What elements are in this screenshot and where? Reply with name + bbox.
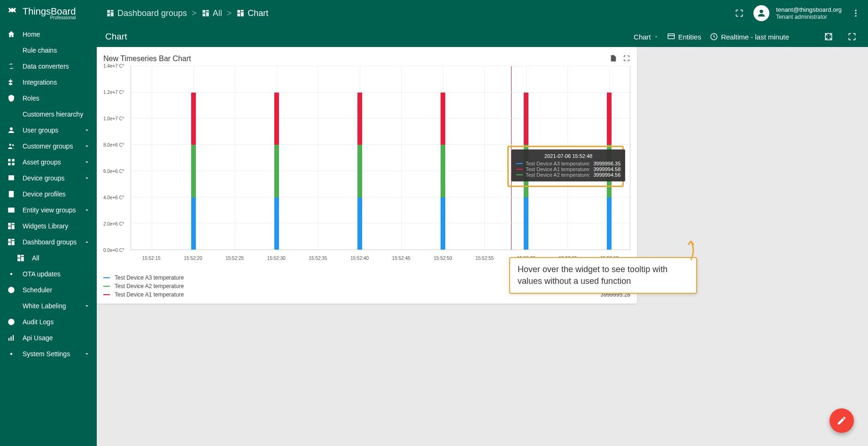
sidebar-label: White Labeling [23,302,77,310]
bar-group[interactable] [357,66,362,250]
user-info[interactable]: tenant@thingsboard.org Tenant administra… [776,6,842,20]
sidebar-label: Audit Logs [23,318,90,326]
svg-rect-13 [8,208,15,213]
bar-group[interactable] [274,66,279,250]
expand-dashboard-icon[interactable] [821,29,836,44]
sidebar-item-widgets-library[interactable]: Widgets Library [0,218,97,234]
more-icon[interactable] [848,6,863,21]
sidebar-item-api-usage[interactable]: Api Usage [0,330,97,346]
sidebar-label: Roles [23,94,90,102]
sidebar-item-customer-groups[interactable]: Customer groups [0,138,97,154]
sidebar-item-ota-updates[interactable]: OTA updates [0,266,97,282]
convert-icon [7,62,16,71]
widget-export-icon[interactable] [610,55,617,63]
sidebar-item-user-groups[interactable]: User groups [0,122,97,138]
x-tick: 15:52:35 [309,256,327,261]
users-icon [7,141,16,151]
sidebar-item-white-labeling[interactable]: White Labeling [0,298,97,314]
entities-button[interactable]: Entities [667,32,701,41]
export-icon[interactable] [798,29,813,44]
breadcrumb-chart[interactable]: Chart [236,8,268,18]
asset-icon [7,157,16,167]
bar-group[interactable] [441,66,445,250]
entities-icon [667,32,675,41]
tooltip-row: Test Device A3 temperature:3999996.35 [516,161,620,166]
svg-point-4 [10,127,13,130]
sidebar-label: Entity view groups [23,206,77,214]
breadcrumb-separator: > [192,8,197,18]
y-tick: 1.4e+7 C° [103,63,124,69]
breadcrumb-all[interactable]: All [202,8,222,18]
user-icon [7,125,16,135]
sidebar-item-home[interactable]: Home [0,26,97,42]
chart-plot[interactable]: 0.0e+0 C°2.0e+6 C°4.0e+6 C°6.0e+6 C°8.0e… [103,66,630,263]
sidebar-item-audit-logs[interactable]: Audit Logs [0,314,97,330]
tooltip-timestamp: 2021-07-06 15:52:48 [516,153,620,159]
fullscreen-dashboard-icon[interactable] [845,29,860,44]
y-tick: 4.0e+6 C° [103,195,124,200]
avatar-icon[interactable] [753,5,769,21]
x-tick: 15:52:20 [184,256,202,261]
x-tick: 15:52:55 [475,256,494,261]
sidebar-item-all[interactable]: All [0,250,97,266]
svg-point-18 [10,273,13,275]
entity-icon [7,205,16,215]
sidebar-item-roles[interactable]: Roles [0,90,97,106]
breadcrumb-label: All [213,8,222,18]
breadcrumbs: Dashboard groups > All > Chart [97,8,268,18]
y-tick: 2.0e+6 C° [103,221,124,227]
sidebar-label: Data converters [23,63,90,70]
sidebar-label: Scheduler [23,286,90,294]
breadcrumb-separator: > [227,8,232,18]
legend-swatch [103,286,110,287]
sidebar-item-integrations[interactable]: Integrations [0,74,97,90]
tooltip-row: Test Device A1 temperature:3999994.58 [516,166,620,172]
bar-group[interactable] [191,66,196,250]
sidebar-item-device-profiles[interactable]: Device profiles [0,186,97,202]
sidebar-label: Rule chains [23,47,90,54]
schedule-icon [7,285,16,295]
widget-fullscreen-icon[interactable] [623,55,630,63]
dashboard-header: Chart Chart Entities Realtime - last min… [97,26,868,47]
chevron-down-icon [654,34,659,39]
sidebar-item-customers-hierarchy[interactable]: Customers hierarchy [0,106,97,122]
tooltip-row: Test Device A2 temperature:3999994.56 [516,172,620,178]
timewindow-button[interactable]: Realtime - last minute [710,32,789,41]
svg-rect-17 [8,227,11,229]
sidebar-item-system-settings[interactable]: System Settings [0,346,97,362]
sidebar-item-rule-chains[interactable]: Rule chains [0,42,97,58]
breadcrumb-label: Chart [248,8,268,18]
edit-fab-button[interactable] [829,408,854,433]
y-tick: 8.0e+6 C° [103,142,124,148]
sidebar-item-data-converters[interactable]: Data converters [0,58,97,74]
user-role: Tenant administrator [776,14,842,20]
svg-point-1 [855,10,856,11]
sidebar-item-dashboard-groups[interactable]: Dashboard groups [0,234,97,250]
x-tick: 15:52:50 [434,256,452,261]
svg-rect-15 [12,223,15,224]
breadcrumb-dashboard-groups[interactable]: Dashboard groups [106,8,187,18]
chevron-up-icon [84,239,90,245]
top-actions: tenant@thingsboard.org Tenant administra… [732,5,863,21]
api-icon [7,333,16,343]
sidebar-label: Api Usage [23,334,90,342]
sidebar-label: Widgets Library [23,222,90,230]
chart-selector[interactable]: Chart [634,33,659,41]
callout-text: Hover over the widget to see tooltip wit… [518,265,667,286]
brand-edition: Professional [23,15,76,20]
legend-label: Test Device A2 temperature [115,283,184,290]
logo-icon [6,7,19,20]
sidebar-item-scheduler[interactable]: Scheduler [0,282,97,298]
fullscreen-icon[interactable] [732,6,747,21]
sidebar-item-device-groups[interactable]: Device groups [0,170,97,186]
svg-point-3 [855,15,856,16]
svg-point-0 [760,10,763,13]
x-tick: 15:52:30 [267,256,286,261]
sidebar-label: All [32,254,90,262]
chevron-down-icon [84,207,90,213]
logo[interactable]: ThingsBoard Professional [0,7,97,20]
sidebar-item-entity-view-groups[interactable]: Entity view groups [0,202,97,218]
svg-rect-22 [11,336,12,341]
sidebar-label: Device groups [23,174,77,182]
sidebar-item-asset-groups[interactable]: Asset groups [0,154,97,170]
